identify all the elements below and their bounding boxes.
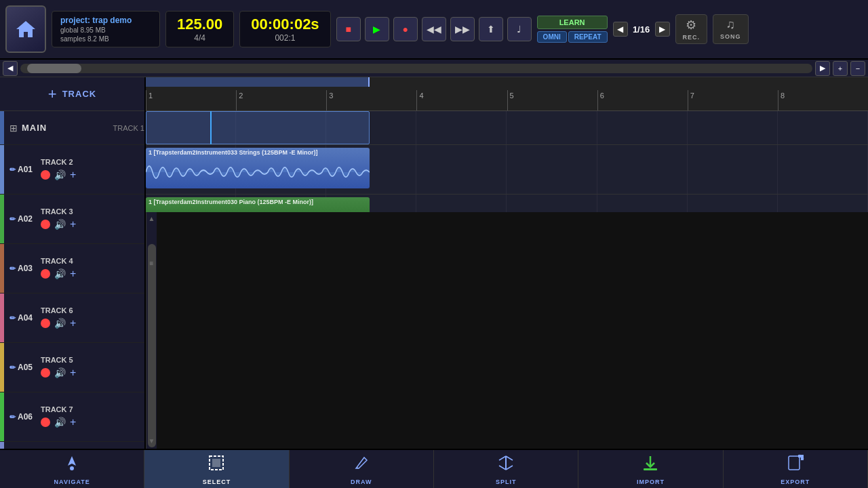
export-tool-button[interactable]: EXPORT bbox=[724, 450, 868, 488]
a01-edit-icon[interactable]: ✏ bbox=[9, 165, 16, 174]
v-scroll-up-button[interactable]: ▲ bbox=[149, 215, 155, 222]
ruler-mark-1: 1 bbox=[146, 90, 236, 110]
a03-add-button[interactable]: + bbox=[70, 268, 76, 280]
navigate-label: NAVIGATE bbox=[54, 479, 90, 485]
add-track-button[interactable]: + TRACK bbox=[0, 77, 144, 111]
zoom-out-button[interactable]: − bbox=[850, 61, 865, 76]
a02-add-button[interactable]: + bbox=[70, 218, 76, 230]
v-scroll-lines-icon: ≡ bbox=[150, 260, 154, 267]
stop-button[interactable]: ■ bbox=[336, 17, 361, 41]
a06-volume-icon[interactable]: 🔊 bbox=[54, 417, 66, 428]
play-button[interactable]: ▶ bbox=[365, 17, 389, 41]
a05-volume-icon[interactable]: 🔊 bbox=[54, 367, 66, 378]
main-track-row bbox=[146, 111, 868, 145]
a05-rec-dot[interactable] bbox=[41, 368, 50, 378]
track-row-a02: 1 [Trapsterdam2Instrument030 Piano (125B… bbox=[146, 195, 868, 212]
a05-add-button[interactable]: + bbox=[70, 367, 76, 379]
a03-id: ✏ A03 bbox=[4, 244, 38, 293]
a02-edit-icon[interactable]: ✏ bbox=[9, 215, 16, 224]
zoom-in-button[interactable]: + bbox=[833, 61, 848, 76]
omni-repeat-row: OMNI REPEAT bbox=[537, 31, 608, 43]
a04-track-main: TRACK 6 🔊 + bbox=[38, 293, 144, 342]
a04-rec-dot[interactable] bbox=[41, 319, 50, 328]
v-scroll-down-button[interactable]: ▼ bbox=[149, 437, 155, 445]
export-icon-button[interactable]: ⬆ bbox=[479, 17, 503, 41]
song-icon: ♫ bbox=[726, 18, 736, 32]
tracks-scroll[interactable]: 1 [Trapsterdam2Instrument033 Strings (12… bbox=[146, 111, 868, 212]
a01-track-main: TRACK 2 🔊 + bbox=[38, 145, 144, 194]
ruler-mark-4: 4 bbox=[416, 90, 507, 110]
a02-volume-icon[interactable]: 🔊 bbox=[54, 219, 66, 230]
home-button[interactable] bbox=[5, 5, 46, 53]
a04-edit-icon[interactable]: ✏ bbox=[9, 314, 16, 323]
metronome-button[interactable]: ♩ bbox=[507, 17, 532, 41]
ruler-mark-2: 2 bbox=[236, 90, 326, 110]
a06-add-button[interactable]: + bbox=[70, 416, 76, 428]
a03-rec-dot[interactable] bbox=[41, 269, 50, 279]
draw-tool-button[interactable]: DRAW bbox=[290, 450, 434, 488]
a01-track-name: TRACK 2 bbox=[41, 158, 142, 166]
scroll-thumb[interactable] bbox=[27, 64, 81, 73]
a01-rec-dot[interactable] bbox=[41, 170, 50, 180]
bottom-toolbar: NAVIGATE SELECT DRAW SPLIT bbox=[0, 449, 868, 488]
scroll-track[interactable] bbox=[20, 64, 812, 73]
playhead-range bbox=[146, 77, 370, 87]
scroll-right-button[interactable]: ▶ bbox=[815, 61, 830, 76]
a01-clip-1[interactable]: 1 [Trapsterdam2Instrument033 Strings (12… bbox=[146, 148, 370, 188]
a06-controls: 🔊 + bbox=[41, 416, 142, 428]
ruler-mark-6: 6 bbox=[597, 90, 688, 110]
quantize-right-button[interactable]: ▶ bbox=[655, 22, 670, 37]
record-button[interactable]: ● bbox=[393, 17, 418, 41]
a03-controls: 🔊 + bbox=[41, 268, 142, 280]
quantize-left-button[interactable]: ◀ bbox=[613, 22, 628, 37]
a05-edit-icon[interactable]: ✏ bbox=[9, 363, 16, 372]
scroll-left-button[interactable]: ◀ bbox=[3, 61, 18, 76]
a05-id-label: A05 bbox=[18, 363, 33, 372]
a03-edit-icon[interactable]: ✏ bbox=[9, 264, 16, 273]
song-button[interactable]: ♫ SONG bbox=[713, 14, 749, 44]
plus-icon: + bbox=[48, 85, 57, 103]
a02-id-label: A02 bbox=[18, 214, 33, 224]
main-track-grid bbox=[146, 111, 868, 144]
a02-clip-1[interactable]: 1 [Trapsterdam2Instrument030 Piano (125B… bbox=[146, 197, 370, 212]
rec-icon: ⚙ bbox=[686, 18, 696, 33]
a05-track-name: TRACK 5 bbox=[41, 356, 142, 364]
ruler-marks: 1 2 3 4 5 6 7 8 bbox=[146, 90, 868, 110]
time-signature[interactable]: 4/4 bbox=[194, 33, 205, 43]
main-row-clip[interactable] bbox=[146, 111, 370, 144]
top-bar: project: trap demo global 8.95 MB sample… bbox=[0, 0, 868, 60]
select-label: SELECT bbox=[203, 479, 231, 485]
main-content: + TRACK ⊞ MAIN TRACK 1 ✏ A01 TRACK 2 bbox=[0, 77, 868, 449]
rewind-button[interactable]: ◀◀ bbox=[422, 17, 446, 41]
a06-edit-icon[interactable]: ✏ bbox=[9, 413, 16, 422]
a04-id: ✏ A04 bbox=[4, 293, 38, 342]
a06-rec-dot[interactable] bbox=[41, 418, 50, 427]
fast-forward-button[interactable]: ▶▶ bbox=[450, 17, 475, 41]
tempo-value[interactable]: 125.00 bbox=[177, 16, 222, 33]
a01-volume-icon[interactable]: 🔊 bbox=[54, 169, 66, 180]
omni-button[interactable]: OMNI bbox=[537, 31, 567, 43]
time-display: 00:00:02s bbox=[251, 16, 319, 33]
export-icon bbox=[786, 453, 805, 476]
a04-id-label: A04 bbox=[18, 313, 33, 323]
repeat-button[interactable]: REPEAT bbox=[568, 31, 608, 43]
v-scroll-thumb[interactable] bbox=[148, 244, 156, 447]
project-info: project: trap demo global 8.95 MB sample… bbox=[52, 11, 160, 47]
a02-track-name: TRACK 3 bbox=[41, 207, 142, 216]
a01-clip-1-label: 1 [Trapsterdam2Instrument033 Strings (12… bbox=[149, 149, 318, 156]
a04-volume-icon[interactable]: 🔊 bbox=[54, 318, 66, 329]
split-tool-button[interactable]: SPLIT bbox=[434, 450, 578, 488]
rec-button[interactable]: ⚙ REC. bbox=[675, 14, 708, 44]
a02-grid: 1 [Trapsterdam2Instrument030 Piano (125B… bbox=[146, 195, 868, 212]
learn-button[interactable]: LEARN bbox=[537, 16, 608, 29]
select-tool-button[interactable]: SELECT bbox=[144, 450, 289, 488]
a02-rec-dot[interactable] bbox=[41, 220, 50, 229]
navigate-tool-button[interactable]: NAVIGATE bbox=[0, 450, 144, 488]
import-tool-button[interactable]: IMPORT bbox=[578, 450, 723, 488]
global-mem: global 8.95 MB bbox=[60, 26, 151, 34]
a07-track-main: TRACK 8 🔊 + bbox=[38, 442, 144, 449]
a01-add-button[interactable]: + bbox=[70, 169, 76, 181]
a03-volume-icon[interactable]: 🔊 bbox=[54, 268, 66, 279]
a04-add-button[interactable]: + bbox=[70, 317, 76, 329]
tempo-section: 125.00 4/4 bbox=[165, 11, 234, 47]
